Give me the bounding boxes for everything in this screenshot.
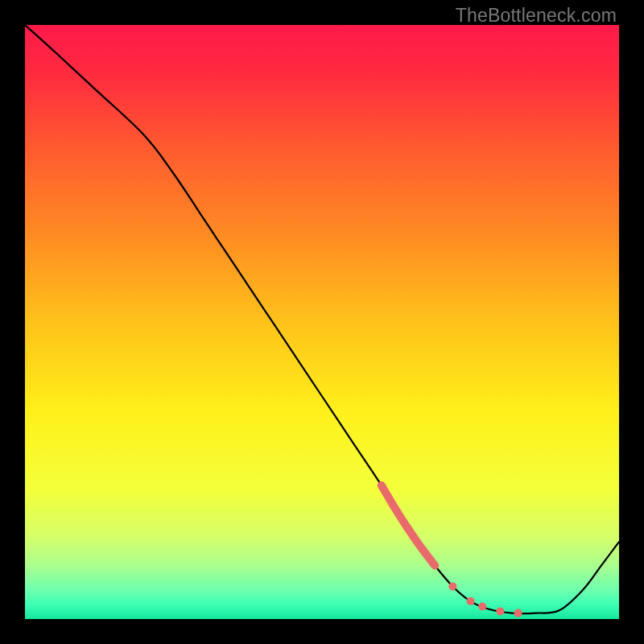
highlight-dot xyxy=(496,607,504,615)
highlight-dot xyxy=(448,582,456,590)
highlight-dot xyxy=(514,609,522,617)
gradient-background xyxy=(25,25,619,619)
watermark-text: TheBottleneck.com xyxy=(456,5,617,27)
highlight-dot xyxy=(467,597,475,605)
chart-frame xyxy=(25,25,619,619)
chart-svg xyxy=(25,25,619,619)
highlight-dot xyxy=(478,603,486,611)
